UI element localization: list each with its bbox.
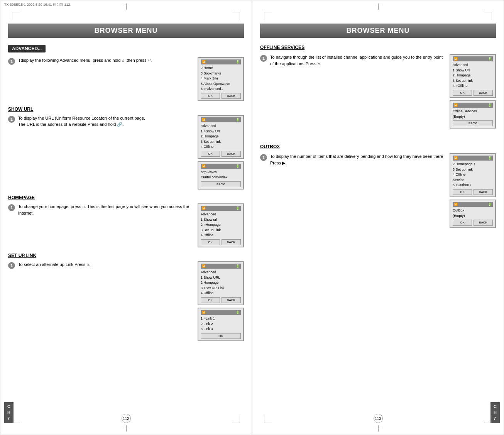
setup-link-text: To select an alternate up.Link Press ⌂. [18, 261, 193, 268]
offline-screens: 📶🔋 Advanced 1 Show Url 2 Hompage 3 Set u… [448, 54, 496, 129]
screen-buttons: OK BACK [453, 220, 493, 225]
screen-buttons: BACK [201, 181, 241, 187]
page-number-left: 112 [122, 414, 131, 423]
ok-button: OK [201, 151, 220, 157]
bottom-crosshair-h [123, 429, 129, 429]
advanced-screen: 📶🔋 2 Home 3 Bookmarks 4 Mark Site 5 Abou… [198, 57, 244, 101]
menu-item: 3 Set up. link [201, 228, 241, 233]
screen-top-bar: 📶🔋 [201, 310, 241, 315]
corner-rbr-v [492, 415, 492, 423]
offline-text: To navigate through the list of installe… [270, 54, 445, 67]
menu-item: Advanced [201, 212, 241, 217]
menu-item: 6 >Advanced.. [201, 86, 241, 92]
advanced-step-content: Tdisplay the following Advanced menu, pr… [18, 57, 244, 101]
menu-item: 3 Set up. link [453, 78, 493, 84]
menu-item: Advanced [453, 63, 493, 68]
homepage-content: To change your homepage, press ⌂. This i… [18, 203, 244, 247]
menu-item: Advanced [201, 270, 241, 275]
menu-item: (Empty) [453, 213, 493, 219]
screen-buttons: OK BACK [453, 189, 493, 195]
outbox-screens: 📶🔋 2 Homepage ↑ 3 Set up. link 4 Offline… [448, 153, 496, 228]
menu-item: http://www [201, 170, 241, 175]
menu-item: Service [453, 178, 493, 183]
ok-button: OK [201, 297, 220, 303]
menu-item: 4 Offline [201, 291, 241, 296]
top-crosshair-r [378, 3, 379, 10]
screen-buttons: BACK [453, 120, 493, 126]
back-button: BACK [453, 120, 493, 126]
screen-buttons: OK BACK [201, 151, 241, 157]
setup-link-screen-2: 📶🔋 1 >Link 1 2 Link 2 3 Link 3 OK [198, 308, 244, 341]
back-button: BACK [222, 297, 241, 303]
right-page: BROWSER MENU OFFLINE SERVICES 1 To navig… [252, 0, 504, 435]
left-page: TX-30B5/15-1 2002.5.20 16:41 페이지 112 BRO… [0, 0, 252, 435]
show-url-content: To display the URL (Uniform Resource Loc… [18, 115, 244, 190]
step-1b-num: 1 [8, 116, 15, 123]
screen-top-bar: 📶🔋 [453, 156, 493, 161]
screen-menu: 1 >Link 1 2 Link 2 3 Link 3 [201, 316, 241, 332]
corner-tl-v [12, 12, 12, 20]
ok-button: OK [453, 189, 472, 195]
step-1-num: 1 [8, 58, 15, 65]
corner-rbr-h [484, 423, 492, 423]
menu-item: 5 About Openwave [201, 81, 241, 87]
menu-item: 2 >Hompage [201, 222, 241, 228]
homepage-text: To change your homepage, press ⌂. This i… [18, 203, 193, 216]
back-icon: ⏎ [148, 58, 151, 63]
advanced-step: 1 Tdisplay the following Advanced menu, … [8, 57, 244, 101]
menu-item: Curitel.com/index [201, 175, 241, 180]
back-button: BACK [222, 151, 241, 157]
menu-item: 4 Offline [201, 233, 241, 238]
corner-tr-v [240, 12, 240, 20]
screen-buttons: OK BACK [453, 90, 493, 96]
back-button: BACK [201, 181, 241, 187]
corner-rtl-v [264, 12, 264, 20]
screen-top-bar: 📶🔋 [453, 103, 493, 108]
file-header: TX-30B5/15-1 2002.5.20 16:41 페이지 112 [4, 2, 70, 7]
page-number-right: 113 [374, 414, 383, 423]
home-icon2: ⌂ [82, 204, 85, 209]
screen-menu: http://www Curitel.com/index [201, 170, 241, 180]
bottom-crosshair-v [126, 425, 127, 432]
corner-br-v [240, 415, 240, 423]
screen-menu: OutBox (Empty) [453, 208, 493, 218]
step-1c-num: 1 [8, 204, 15, 211]
menu-item: 2 Hompage [201, 280, 241, 286]
menu-item: 1 >Show Url [201, 129, 241, 134]
ok-button: OK [453, 220, 472, 225]
menu-item: 4 Mark Site [201, 76, 241, 81]
send-icon: ▶ [282, 161, 285, 165]
menu-item: 1 Show Url [453, 68, 493, 73]
outbox-content: To display the number of items that are … [270, 153, 496, 228]
guide-icon: ⌂ [318, 61, 320, 66]
menu-item: 3 Bookmarks [201, 71, 241, 76]
back-button: BACK [474, 189, 493, 195]
menu-item: 1 Show url [201, 217, 241, 223]
screen-top-bar: 📶🔋 [201, 264, 241, 269]
screen-buttons: OK BACK [201, 297, 241, 303]
corner-rtr-v [492, 12, 492, 20]
offline-screen-1: 📶🔋 Advanced 1 Show Url 2 Hompage 3 Set u… [450, 54, 496, 98]
ok-button: OK [201, 333, 241, 339]
corner-tr-h [232, 12, 240, 12]
screen-top-bar: 📶🔋 [201, 117, 241, 122]
corner-rbl-h [264, 423, 272, 423]
home-icon: ⌂ [122, 58, 124, 63]
screen-top-bar: 📶🔋 [453, 56, 493, 61]
setup-link-screens: 📶🔋 Advanced 1 Show URL 2 Hompage 3 >Set … [196, 261, 244, 341]
setup-link-step: 1 To select an alternate up.Link Press ⌂… [8, 261, 244, 341]
corner-tl-h [12, 12, 20, 12]
menu-item: 2 Link 2 [201, 322, 241, 327]
show-url-screen-1: 📶🔋 Advanced 1 >Show Url 2 Hompage 3 Set … [198, 115, 244, 159]
setup-link-content: To select an alternate up.Link Press ⌂. … [18, 261, 244, 341]
back-button: BACK [474, 220, 493, 225]
ok-button: OK [201, 93, 220, 99]
screen-top-bar: 📶🔋 [201, 59, 241, 64]
corner-rtl-h [264, 12, 272, 12]
menu-icon: ⌂ [86, 262, 89, 267]
screen-menu: 2 Homepage ↑ 3 Set up. link 4 Offline Se… [453, 162, 493, 188]
menu-item: 4 Offline [453, 172, 493, 178]
menu-item: 2 Hompage [201, 134, 241, 139]
offline-step: 1 To navigate through the list of instal… [260, 54, 496, 129]
setup-link-screen-1: 📶🔋 Advanced 1 Show URL 2 Hompage 3 >Set … [198, 261, 244, 305]
